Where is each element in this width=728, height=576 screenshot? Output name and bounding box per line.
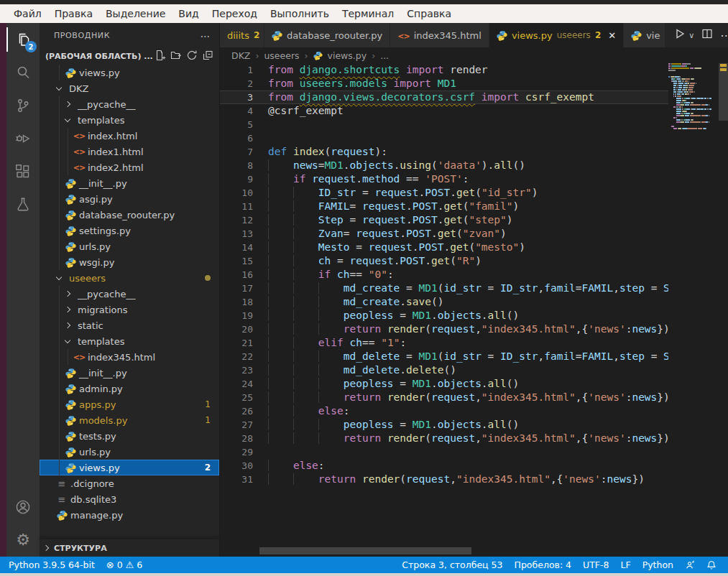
tree-item-manage.py[interactable]: manage.py (40, 507, 219, 523)
tree-item-index1.html[interactable]: <>index1.html (40, 144, 219, 159)
code-line[interactable]: 20 return render(request,"index345.html"… (220, 322, 668, 336)
refresh-icon[interactable] (186, 50, 198, 63)
code-line[interactable]: 13 Zvan= request.POST.get("zvan") (220, 227, 668, 241)
menu-item[interactable]: Вид (172, 4, 205, 23)
breadcrumb[interactable]: DKZ›useeers›views.py›... (220, 47, 728, 63)
breadcrumb-item[interactable]: views.py (328, 50, 367, 61)
menu-item[interactable]: Файл (7, 4, 48, 23)
tree-item-admin.py[interactable]: admin.py (40, 381, 219, 396)
code-line[interactable]: 22 md_delete = MD1(id_str = ID_str,famil… (220, 350, 668, 363)
tree-item-templates[interactable]: templates (40, 333, 219, 349)
tree-item-views.py[interactable]: views.py (40, 65, 219, 80)
explorer-more-icon[interactable]: ⋯ (200, 30, 211, 42)
tree-item-index345.html[interactable]: <>index345.html (40, 349, 219, 365)
code-line[interactable]: 19 peopless = MD1.objects.all() (220, 309, 668, 322)
tree-item-useeers[interactable]: useeers (40, 270, 219, 286)
tree-item-DKZ[interactable]: DKZ (40, 80, 219, 96)
code-line[interactable]: 6 (220, 131, 668, 145)
status-item[interactable]: LF (615, 559, 637, 570)
code-line[interactable]: 12 Step = request.POST.get("step") (220, 213, 668, 227)
tree-item-database_roouter.py[interactable]: database_roouter.py (40, 207, 219, 223)
menu-item[interactable]: Переход (206, 4, 264, 23)
new-folder-icon[interactable] (170, 50, 182, 63)
code-line[interactable]: 24 peopless = MD1.objects.all() (220, 377, 668, 391)
code-line[interactable]: 3from django.views.decorators.csrf impor… (220, 90, 668, 104)
tab-diiits[interactable]: diiits2● (220, 23, 264, 47)
code-line[interactable]: 1from django.shortcuts import render (220, 63, 668, 77)
code-line[interactable]: 5 (220, 118, 668, 131)
tree-item-db.sqlite3[interactable]: ≡db.sqlite3 (40, 491, 219, 507)
tab-database_roouter.py[interactable]: database_roouter.py (264, 23, 390, 47)
tree-item-apps.py[interactable]: apps.py1 (40, 396, 219, 412)
new-file-icon[interactable] (155, 50, 166, 63)
code-line[interactable]: 17 md_create = MD1(id_str = ID_str,famil… (220, 282, 668, 295)
status-item[interactable]: UTF-8 (577, 559, 614, 570)
code-line[interactable]: 18 md_create.save() (220, 295, 668, 309)
tree-item-static[interactable]: static (40, 317, 219, 333)
tree-item-models.py[interactable]: models.py1 (40, 412, 219, 428)
code-line[interactable]: 30 else: (220, 459, 668, 473)
run-python-file-icon[interactable] (674, 28, 686, 42)
code-line[interactable]: 4@csrf_exempt (220, 104, 668, 118)
breadcrumb-item[interactable]: ... (380, 50, 389, 61)
notifications-bell-icon[interactable] (701, 559, 722, 570)
account-icon[interactable] (6, 491, 40, 524)
python-interpreter-status[interactable]: Python 3.9.5 64-bit (3, 559, 101, 570)
menu-item[interactable]: Правка (48, 4, 99, 23)
run-dropdown-icon[interactable]: ∨ (688, 31, 694, 40)
status-item[interactable]: Python (637, 559, 679, 570)
problems-status[interactable]: ⊗ 0 ⚠ 6 (101, 559, 148, 570)
breadcrumb-item[interactable]: DKZ (231, 50, 250, 61)
workspace-section-header[interactable]: (РАБОЧАЯ ОБЛАСТЬ) ... (40, 48, 219, 64)
horizontal-scrollbar[interactable] (259, 547, 471, 554)
tree-item-__init__.py[interactable]: __init__.py (40, 175, 219, 191)
menu-item[interactable]: Справка (400, 4, 458, 23)
tree-item-__pycache__[interactable]: __pycache__ (40, 96, 219, 112)
tree-item-urls.py[interactable]: urls.py (40, 444, 219, 460)
tree-item-migrations[interactable]: migrations (40, 302, 219, 317)
tree-item-views.py[interactable]: views.py2 (40, 460, 219, 475)
feedback-icon[interactable] (679, 559, 701, 570)
vertical-scrollbar[interactable] (719, 63, 728, 121)
code-line[interactable]: 8 news=MD1.objects.using('daata').all() (220, 159, 668, 172)
tree-item-urls.py[interactable]: urls.py (40, 238, 219, 254)
tree-item-asgi.py[interactable]: asgi.py (40, 191, 219, 207)
code-line[interactable]: 31 return render(request,"index345.html"… (220, 473, 668, 486)
files-icon[interactable]: 2 (6, 23, 40, 56)
tree-item-settings.py[interactable]: settings.py (40, 223, 219, 238)
more-actions-icon[interactable]: ⋯ (720, 29, 728, 42)
menu-item[interactable]: Выделение (99, 4, 172, 23)
close-icon[interactable]: ✕ (608, 30, 616, 41)
status-item[interactable]: Пробелов: 4 (509, 559, 578, 570)
split-editor-icon[interactable] (701, 28, 713, 42)
code-line[interactable]: 7def index(request): (220, 145, 668, 159)
code-line[interactable]: 14 Mesto = request.POST.get("mesto") (220, 241, 668, 254)
tree-item-wsgi.py[interactable]: wsgi.py (40, 254, 219, 270)
breadcrumb-item[interactable]: useeers (264, 50, 299, 61)
debug-icon[interactable] (6, 122, 40, 155)
code-line[interactable]: 27 peopless = MD1.objects.all() (220, 418, 668, 432)
code-line[interactable]: 23 md_delete.delete() (220, 363, 668, 377)
code-line[interactable]: 16 if ch== "0": (220, 268, 668, 282)
code-line[interactable]: 26 else: (220, 404, 668, 418)
code-line[interactable]: 28 return render(request,"index345.html"… (220, 432, 668, 445)
code-line[interactable]: 29 (220, 445, 668, 459)
settings-gear-icon[interactable]: ⚙ (6, 524, 40, 557)
menu-item[interactable]: Терминал (336, 4, 400, 23)
tree-item-templates[interactable]: templates (40, 112, 219, 128)
tab-index345.html[interactable]: <>index345.html (390, 23, 489, 47)
outline-section[interactable]: СТРУКТУРА (40, 539, 219, 557)
source-control-icon[interactable] (6, 89, 40, 122)
tree-item-index.html[interactable]: <>index.html (40, 128, 219, 144)
status-item[interactable]: Строка 3, столбец 53 (396, 559, 508, 570)
tree-item-tests.py[interactable]: tests.py (40, 428, 219, 444)
collapse-all-icon[interactable] (202, 50, 213, 63)
tab-vie[interactable]: vie (624, 23, 665, 47)
tree-item-__pycache__[interactable]: __pycache__ (40, 286, 219, 302)
tree-item-index2.html[interactable]: <>index2.html (40, 159, 219, 175)
tree-item-.dcignore[interactable]: ≡.dcignore (40, 475, 219, 491)
tab-views.py[interactable]: views.pyuseeers2✕ (489, 23, 624, 47)
code-line[interactable]: 21 elif ch== "1": (220, 336, 668, 350)
code-editor[interactable]: 1from django.shortcuts import render2fro… (220, 63, 668, 528)
minimap[interactable] (668, 63, 719, 528)
